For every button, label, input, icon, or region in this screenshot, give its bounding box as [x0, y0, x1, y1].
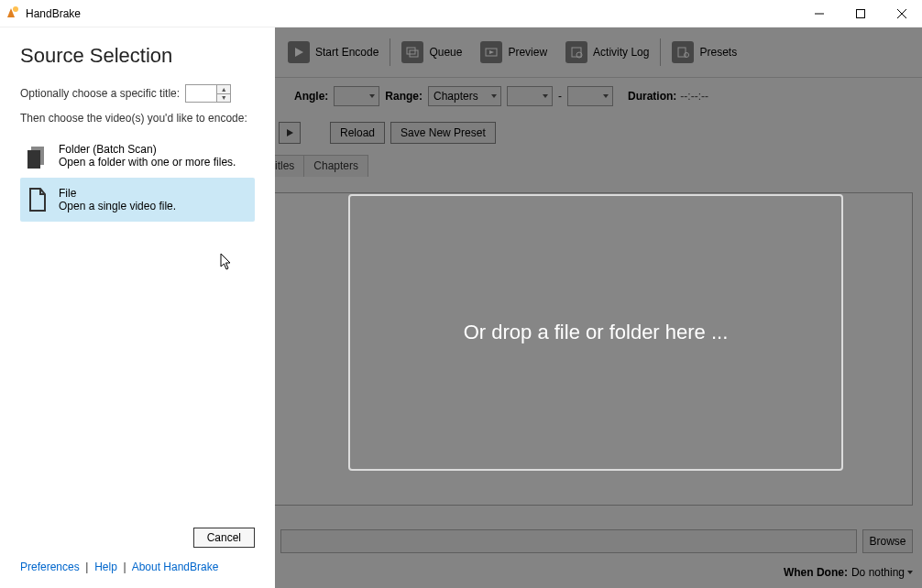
- reload-button[interactable]: Reload: [330, 122, 385, 144]
- title-bar: HandBrake: [0, 0, 922, 27]
- angle-dropdown[interactable]: [334, 86, 379, 106]
- svg-rect-16: [27, 150, 40, 169]
- start-encode-icon: [288, 41, 310, 63]
- cancel-button[interactable]: Cancel: [193, 528, 255, 548]
- minimize-button[interactable]: [798, 0, 840, 27]
- window-title: HandBrake: [26, 7, 81, 20]
- drop-zone-text: Or drop a file or folder here ...: [464, 321, 729, 344]
- window-controls: [798, 0, 922, 27]
- angle-label: Angle:: [294, 90, 328, 103]
- svg-point-0: [13, 6, 18, 12]
- spinner-up-icon[interactable]: ▲: [217, 85, 230, 94]
- maximize-button[interactable]: [840, 0, 881, 27]
- queue-button[interactable]: Queue: [392, 34, 471, 71]
- title-bar-left: HandBrake: [5, 5, 81, 22]
- presets-icon: [672, 41, 694, 63]
- presets-button[interactable]: Presets: [663, 34, 746, 71]
- preview-icon: [480, 41, 502, 63]
- drop-zone[interactable]: Or drop a file or folder here ...: [348, 194, 843, 471]
- when-done-dropdown[interactable]: Do nothing: [851, 566, 913, 579]
- svg-marker-5: [295, 48, 303, 57]
- file-icon: [27, 187, 48, 212]
- range-start-dropdown[interactable]: [507, 86, 553, 106]
- app-icon: [5, 5, 20, 22]
- svg-rect-2: [856, 9, 864, 17]
- start-encode-button[interactable]: Start Encode: [279, 34, 388, 71]
- browse-button[interactable]: Browse: [862, 529, 913, 553]
- source-title: Source Selection: [20, 44, 255, 68]
- source-option-folder[interactable]: Folder (Batch Scan) Open a folder with o…: [20, 134, 255, 178]
- range-label: Range:: [385, 90, 423, 103]
- about-link[interactable]: About HandBrake: [132, 561, 219, 573]
- activity-log-button[interactable]: Activity Log: [556, 34, 658, 71]
- activity-log-icon: [565, 41, 587, 63]
- source-file-title: File: [59, 187, 176, 200]
- title-number-spinner[interactable]: ▲ ▼: [185, 84, 231, 103]
- svg-marker-9: [489, 50, 494, 54]
- range-type-dropdown[interactable]: Chapters: [428, 86, 501, 106]
- play-thumbnail-button[interactable]: [279, 122, 301, 144]
- source-option-file[interactable]: File Open a single video file.: [20, 178, 255, 222]
- preview-button[interactable]: Preview: [471, 34, 556, 71]
- output-path-field[interactable]: [280, 529, 857, 553]
- close-button[interactable]: [881, 0, 922, 27]
- folder-icon: [27, 143, 48, 169]
- preferences-link[interactable]: Preferences: [20, 561, 80, 573]
- save-new-preset-button[interactable]: Save New Preset: [390, 122, 496, 144]
- source-then-label: Then choose the video(s) you'd like to e…: [20, 112, 247, 125]
- range-end-dropdown[interactable]: [567, 86, 613, 106]
- when-done-label: When Done:: [784, 566, 848, 579]
- tab-chapters[interactable]: Chapters: [303, 155, 368, 177]
- svg-marker-14: [287, 129, 293, 136]
- source-folder-sub: Open a folder with one or more files.: [59, 156, 236, 169]
- source-optional-label: Optionally choose a specific title:: [20, 87, 180, 100]
- spinner-down-icon[interactable]: ▼: [217, 94, 230, 103]
- source-folder-title: Folder (Batch Scan): [59, 143, 236, 156]
- svg-point-13: [685, 53, 689, 58]
- footer-links: Preferences | Help | About HandBrake: [20, 561, 255, 573]
- help-link[interactable]: Help: [94, 561, 117, 573]
- range-dash: -: [558, 90, 562, 103]
- source-selection-panel: Source Selection Optionally choose a spe…: [0, 27, 275, 588]
- queue-icon: [401, 41, 423, 63]
- source-file-sub: Open a single video file.: [59, 200, 176, 212]
- duration-label: Duration:--:--:--: [628, 90, 708, 103]
